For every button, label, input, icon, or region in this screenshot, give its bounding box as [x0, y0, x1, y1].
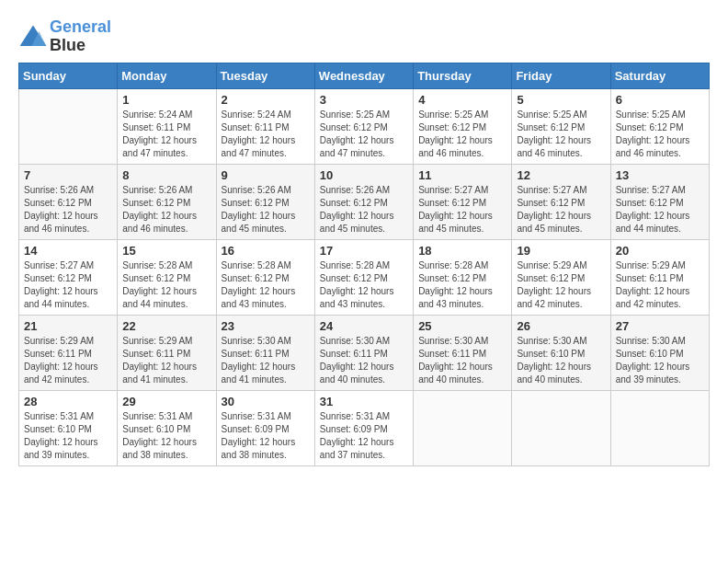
calendar-header-monday: Monday [118, 63, 216, 88]
day-info: Sunrise: 5:26 AM Sunset: 6:12 PM Dayligh… [24, 184, 112, 236]
day-number: 21 [24, 319, 112, 333]
calendar-cell [512, 390, 610, 465]
calendar-cell [610, 390, 709, 465]
calendar-cell: 2Sunrise: 5:24 AM Sunset: 6:11 PM Daylig… [216, 88, 314, 164]
calendar-cell: 21Sunrise: 5:29 AM Sunset: 6:11 PM Dayli… [19, 315, 118, 390]
day-info: Sunrise: 5:25 AM Sunset: 6:12 PM Dayligh… [517, 109, 605, 160]
day-info: Sunrise: 5:30 AM Sunset: 6:10 PM Dayligh… [517, 335, 605, 386]
calendar-cell: 6Sunrise: 5:25 AM Sunset: 6:12 PM Daylig… [610, 88, 709, 164]
day-info: Sunrise: 5:31 AM Sunset: 6:10 PM Dayligh… [24, 410, 112, 462]
calendar-week-row: 1Sunrise: 5:24 AM Sunset: 6:11 PM Daylig… [19, 88, 710, 164]
day-number: 17 [320, 244, 408, 258]
calendar-cell: 15Sunrise: 5:28 AM Sunset: 6:12 PM Dayli… [118, 239, 216, 315]
calendar-cell: 24Sunrise: 5:30 AM Sunset: 6:11 PM Dayli… [314, 315, 413, 390]
day-number: 25 [418, 319, 506, 333]
calendar-cell: 29Sunrise: 5:31 AM Sunset: 6:10 PM Dayli… [118, 390, 216, 465]
calendar-cell: 10Sunrise: 5:26 AM Sunset: 6:12 PM Dayli… [314, 164, 413, 239]
day-number: 4 [418, 93, 506, 107]
day-number: 23 [222, 319, 310, 333]
day-info: Sunrise: 5:27 AM Sunset: 6:12 PM Dayligh… [616, 184, 704, 236]
calendar-cell: 1Sunrise: 5:24 AM Sunset: 6:11 PM Daylig… [118, 88, 216, 164]
calendar-cell: 19Sunrise: 5:29 AM Sunset: 6:12 PM Dayli… [512, 239, 610, 315]
calendar-header-tuesday: Tuesday [216, 63, 314, 88]
day-number: 6 [616, 93, 704, 107]
day-number: 30 [222, 395, 310, 408]
day-info: Sunrise: 5:29 AM Sunset: 6:11 PM Dayligh… [616, 259, 704, 311]
day-number: 10 [320, 168, 408, 182]
page-container: General Blue SundayMondayTuesdayWednesda… [18, 18, 710, 466]
day-number: 26 [517, 319, 605, 333]
day-info: Sunrise: 5:30 AM Sunset: 6:11 PM Dayligh… [222, 335, 310, 386]
day-info: Sunrise: 5:26 AM Sunset: 6:12 PM Dayligh… [320, 184, 408, 236]
day-number: 3 [320, 93, 408, 107]
day-number: 27 [616, 319, 704, 333]
calendar-cell: 5Sunrise: 5:25 AM Sunset: 6:12 PM Daylig… [512, 88, 610, 164]
calendar-cell: 20Sunrise: 5:29 AM Sunset: 6:11 PM Dayli… [610, 239, 709, 315]
day-number: 16 [222, 244, 310, 258]
day-number: 2 [222, 93, 310, 107]
calendar-cell: 3Sunrise: 5:25 AM Sunset: 6:12 PM Daylig… [314, 88, 413, 164]
calendar-cell: 31Sunrise: 5:31 AM Sunset: 6:09 PM Dayli… [314, 390, 413, 465]
calendar-cell: 30Sunrise: 5:31 AM Sunset: 6:09 PM Dayli… [216, 390, 314, 465]
day-info: Sunrise: 5:31 AM Sunset: 6:09 PM Dayligh… [222, 410, 310, 462]
calendar-cell [19, 88, 118, 164]
day-number: 29 [122, 395, 210, 408]
day-number: 20 [616, 244, 704, 258]
day-info: Sunrise: 5:28 AM Sunset: 6:12 PM Dayligh… [418, 259, 506, 311]
calendar-week-row: 7Sunrise: 5:26 AM Sunset: 6:12 PM Daylig… [19, 164, 710, 239]
calendar-week-row: 28Sunrise: 5:31 AM Sunset: 6:10 PM Dayli… [19, 390, 710, 465]
calendar-cell: 8Sunrise: 5:26 AM Sunset: 6:12 PM Daylig… [118, 164, 216, 239]
day-number: 19 [517, 244, 605, 258]
day-info: Sunrise: 5:27 AM Sunset: 6:12 PM Dayligh… [24, 259, 112, 311]
calendar-cell: 4Sunrise: 5:25 AM Sunset: 6:12 PM Daylig… [414, 88, 512, 164]
day-info: Sunrise: 5:24 AM Sunset: 6:11 PM Dayligh… [122, 109, 210, 160]
day-info: Sunrise: 5:27 AM Sunset: 6:12 PM Dayligh… [418, 184, 506, 236]
calendar-header-saturday: Saturday [610, 63, 709, 88]
day-info: Sunrise: 5:25 AM Sunset: 6:12 PM Dayligh… [320, 109, 408, 160]
day-number: 31 [320, 395, 408, 408]
calendar-cell: 22Sunrise: 5:29 AM Sunset: 6:11 PM Dayli… [118, 315, 216, 390]
calendar-header-thursday: Thursday [414, 63, 512, 88]
calendar-cell: 14Sunrise: 5:27 AM Sunset: 6:12 PM Dayli… [19, 239, 118, 315]
calendar-cell: 13Sunrise: 5:27 AM Sunset: 6:12 PM Dayli… [610, 164, 709, 239]
day-number: 15 [122, 244, 210, 258]
day-info: Sunrise: 5:24 AM Sunset: 6:11 PM Dayligh… [222, 109, 310, 160]
calendar-cell: 28Sunrise: 5:31 AM Sunset: 6:10 PM Dayli… [19, 390, 118, 465]
calendar-cell: 16Sunrise: 5:28 AM Sunset: 6:12 PM Dayli… [216, 239, 314, 315]
day-number: 12 [517, 168, 605, 182]
day-info: Sunrise: 5:30 AM Sunset: 6:10 PM Dayligh… [616, 335, 704, 386]
day-number: 11 [418, 168, 506, 182]
calendar-cell: 7Sunrise: 5:26 AM Sunset: 6:12 PM Daylig… [19, 164, 118, 239]
calendar-cell: 23Sunrise: 5:30 AM Sunset: 6:11 PM Dayli… [216, 315, 314, 390]
day-info: Sunrise: 5:29 AM Sunset: 6:11 PM Dayligh… [122, 335, 210, 386]
calendar-cell: 27Sunrise: 5:30 AM Sunset: 6:10 PM Dayli… [610, 315, 709, 390]
day-number: 13 [616, 168, 704, 182]
day-info: Sunrise: 5:27 AM Sunset: 6:12 PM Dayligh… [517, 184, 605, 236]
day-info: Sunrise: 5:28 AM Sunset: 6:12 PM Dayligh… [122, 259, 210, 311]
day-info: Sunrise: 5:29 AM Sunset: 6:12 PM Dayligh… [517, 259, 605, 311]
logo-text: General Blue [50, 18, 111, 55]
logo-area: General Blue [18, 18, 111, 55]
calendar-cell: 25Sunrise: 5:30 AM Sunset: 6:11 PM Dayli… [414, 315, 512, 390]
calendar-cell: 11Sunrise: 5:27 AM Sunset: 6:12 PM Dayli… [414, 164, 512, 239]
day-info: Sunrise: 5:30 AM Sunset: 6:11 PM Dayligh… [418, 335, 506, 386]
calendar-week-row: 21Sunrise: 5:29 AM Sunset: 6:11 PM Dayli… [19, 315, 710, 390]
calendar-header-friday: Friday [512, 63, 610, 88]
calendar-header-wednesday: Wednesday [314, 63, 413, 88]
calendar-cell: 17Sunrise: 5:28 AM Sunset: 6:12 PM Dayli… [314, 239, 413, 315]
day-number: 1 [122, 93, 210, 107]
day-info: Sunrise: 5:25 AM Sunset: 6:12 PM Dayligh… [616, 109, 704, 160]
day-number: 28 [24, 395, 112, 408]
day-info: Sunrise: 5:29 AM Sunset: 6:11 PM Dayligh… [24, 335, 112, 386]
day-number: 22 [122, 319, 210, 333]
day-number: 9 [222, 168, 310, 182]
logo-icon [18, 24, 48, 50]
calendar-cell: 12Sunrise: 5:27 AM Sunset: 6:12 PM Dayli… [512, 164, 610, 239]
day-number: 18 [418, 244, 506, 258]
day-info: Sunrise: 5:31 AM Sunset: 6:10 PM Dayligh… [122, 410, 210, 462]
day-info: Sunrise: 5:30 AM Sunset: 6:11 PM Dayligh… [320, 335, 408, 386]
day-number: 8 [122, 168, 210, 182]
day-info: Sunrise: 5:26 AM Sunset: 6:12 PM Dayligh… [122, 184, 210, 236]
calendar-week-row: 14Sunrise: 5:27 AM Sunset: 6:12 PM Dayli… [19, 239, 710, 315]
day-number: 5 [517, 93, 605, 107]
